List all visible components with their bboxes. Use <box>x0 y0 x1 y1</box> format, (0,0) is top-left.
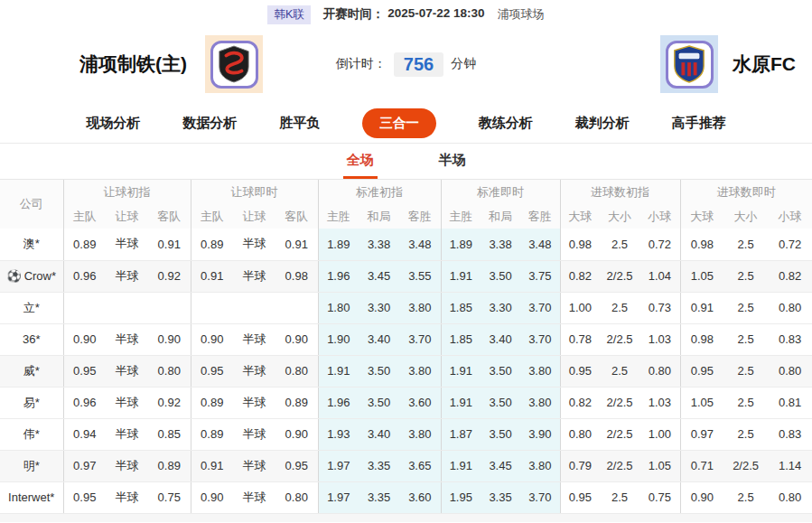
odds-cell: 0.89 <box>275 387 318 418</box>
odds-cell: 0.89 <box>148 450 191 481</box>
nav-tab-5[interactable]: 裁判分析 <box>575 115 630 132</box>
odds-cell <box>191 292 233 323</box>
odds-cell: 3.40 <box>359 418 399 450</box>
odds-cell: 半球 <box>233 229 275 260</box>
odds-cell: 0.95 <box>275 450 318 481</box>
sub-tabs: 全场半场 <box>0 144 812 180</box>
company-name: 威* <box>23 364 40 378</box>
odds-row-2: 立*1.803.303.801.853.303.701.002.50.730.9… <box>0 292 812 323</box>
sub-header-4-1: 大小 <box>600 204 639 229</box>
odds-cell: 3.35 <box>359 481 399 513</box>
league-badge[interactable]: 韩K联 <box>267 5 310 24</box>
odds-cell: 0.83 <box>768 418 812 450</box>
company-cell: 明* <box>0 450 63 481</box>
sub-header-2-0: 主胜 <box>318 204 359 229</box>
odds-cell: 0.98 <box>680 323 723 355</box>
odds-cell: 1.93 <box>318 418 359 450</box>
odds-cell: 0.98 <box>680 229 723 260</box>
sub-tab-1[interactable]: 半场 <box>435 144 470 179</box>
away-team-logo <box>660 35 718 93</box>
company-cell: ⚽Crow* <box>0 260 63 292</box>
odds-cell: 3.50 <box>481 418 520 450</box>
odds-cell: 1.00 <box>560 292 600 323</box>
company-name: 易* <box>23 396 40 409</box>
odds-cell: 2/2.5 <box>600 323 639 355</box>
odds-cell: 3.50 <box>481 355 520 387</box>
group-header-2: 标准初指 <box>318 180 441 204</box>
odds-cell: 0.91 <box>148 229 191 260</box>
company-cell: 澳* <box>0 229 63 260</box>
kickoff-time: 开赛时间： 2025-07-22 18:30 <box>323 6 485 23</box>
odds-cell: 2/2.5 <box>600 450 639 481</box>
odds-cell: 1.91 <box>441 450 481 481</box>
odds-cell: 半球 <box>106 481 148 513</box>
odds-cell: 2/2.5 <box>600 387 639 418</box>
odds-cell: 0.71 <box>680 450 723 481</box>
nav-tabs: 现场分析数据分析胜平负三合一教练分析裁判分析高手推荐 <box>0 103 812 144</box>
odds-cell: 1.14 <box>768 450 812 481</box>
odds-cell: 0.98 <box>560 229 600 260</box>
odds-cell: 3.45 <box>481 450 520 481</box>
odds-cell: 1.89 <box>441 229 481 260</box>
odds-cell: 3.50 <box>359 387 399 418</box>
odds-cell: 0.80 <box>148 355 191 387</box>
odds-cell: 半球 <box>106 418 148 450</box>
odds-cell: 0.96 <box>63 387 106 418</box>
nav-tab-1[interactable]: 数据分析 <box>182 115 237 132</box>
odds-cell: 0.73 <box>639 292 680 323</box>
nav-tab-0[interactable]: 现场分析 <box>86 115 140 132</box>
odds-row-3: 36*0.90半球0.900.90半球0.901.903.403.701.853… <box>0 323 812 355</box>
odds-row-8: Interwet*0.95半球0.750.90半球0.801.973.353.6… <box>0 481 812 513</box>
sub-tab-0[interactable]: 全场 <box>343 144 378 179</box>
company-cell: 易* <box>0 387 63 418</box>
home-team-logo <box>205 35 263 93</box>
odds-cell: 0.92 <box>148 387 191 418</box>
odds-cell: 半球 <box>233 418 275 450</box>
odds-cell: 2.5 <box>723 323 768 355</box>
odds-cell: 0.80 <box>768 481 812 513</box>
sub-header-5-0: 大球 <box>680 204 723 229</box>
odds-cell: 0.80 <box>768 355 812 387</box>
company-name: Crow* <box>24 269 56 283</box>
odds-cell: 2.5 <box>723 260 768 292</box>
match-header: 浦项制铁(主) 倒计时： 756 分钟 <box>0 25 812 103</box>
odds-cell: 0.80 <box>639 355 680 387</box>
odds-cell: 2.5 <box>723 355 768 387</box>
sub-header-2-2: 客胜 <box>399 204 441 229</box>
odds-cell: 1.90 <box>318 323 359 355</box>
odds-row-7: 明*0.97半球0.890.91半球0.951.973.353.651.913.… <box>0 450 812 481</box>
group-header-4: 进球数初指 <box>560 180 680 204</box>
nav-tab-6[interactable]: 高手推荐 <box>672 115 726 132</box>
odds-cell: 2.5 <box>723 418 768 450</box>
odds-cell: 3.60 <box>399 387 441 418</box>
odds-cell: 1.87 <box>441 418 481 450</box>
odds-cell: 0.91 <box>191 260 233 292</box>
odds-cell: 0.90 <box>275 323 318 355</box>
odds-cell: 半球 <box>106 355 148 387</box>
countdown-unit: 分钟 <box>451 56 476 72</box>
odds-cell: 半球 <box>233 355 275 387</box>
nav-tab-3[interactable]: 三合一 <box>362 108 436 138</box>
odds-cell: 3.45 <box>359 260 399 292</box>
odds-cell: 半球 <box>233 260 275 292</box>
odds-cell: 3.55 <box>399 260 441 292</box>
odds-cell: 0.98 <box>275 260 318 292</box>
odds-cell: 3.80 <box>399 292 441 323</box>
odds-cell: 3.80 <box>399 418 441 450</box>
odds-cell: 0.91 <box>275 229 318 260</box>
odds-cell: 0.90 <box>275 418 318 450</box>
group-header-1: 让球即时 <box>191 180 318 204</box>
sub-header-1-1: 让球 <box>233 204 275 229</box>
odds-cell: 0.89 <box>191 418 233 450</box>
odds-cell: 3.30 <box>359 292 399 323</box>
company-name: 立* <box>23 301 40 314</box>
sub-header-0-2: 客队 <box>148 204 191 229</box>
odds-cell: 0.95 <box>680 355 723 387</box>
odds-cell: 3.50 <box>359 355 399 387</box>
nav-tab-4[interactable]: 教练分析 <box>479 115 533 132</box>
odds-cell: 1.00 <box>639 418 680 450</box>
odds-cell: 1.04 <box>639 260 680 292</box>
odds-cell: 0.80 <box>560 418 600 450</box>
nav-tab-2[interactable]: 胜平负 <box>279 115 320 132</box>
odds-cell: 2/2.5 <box>600 260 639 292</box>
